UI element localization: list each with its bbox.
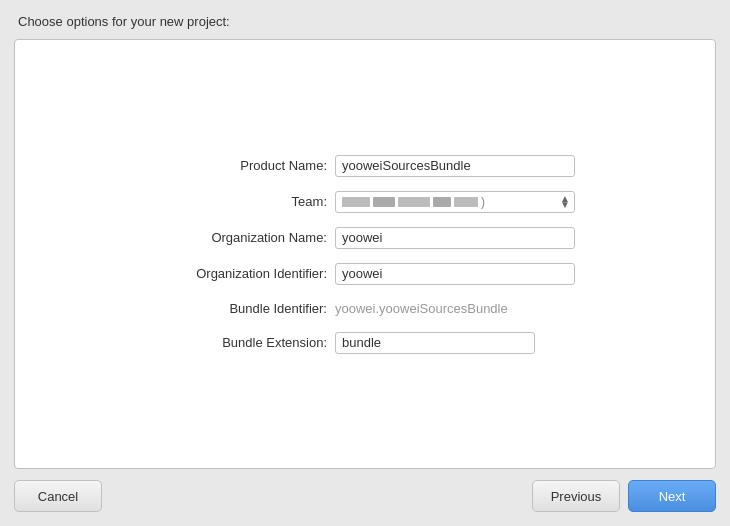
footer-right: Previous Next (532, 480, 716, 512)
team-select-display[interactable]: ) ▲ ▼ (335, 191, 575, 213)
team-block-5 (454, 197, 478, 207)
bundle-extension-input[interactable] (335, 332, 535, 354)
footer: Cancel Previous Next (0, 470, 730, 526)
product-name-label: Product Name: (155, 158, 335, 173)
team-block-4 (433, 197, 451, 207)
bundle-identifier-label: Bundle Identifier: (155, 301, 335, 316)
team-block-2 (373, 197, 395, 207)
cancel-button[interactable]: Cancel (14, 480, 102, 512)
bundle-extension-label: Bundle Extension: (155, 335, 335, 350)
header: Choose options for your new project: (0, 0, 730, 39)
team-placeholder: ) (342, 195, 485, 209)
org-identifier-label: Organization Identifier: (155, 266, 335, 281)
bundle-identifier-value: yoowei.yooweiSourcesBundle (335, 299, 575, 318)
org-identifier-row: Organization Identifier: (155, 263, 575, 285)
team-label: Team: (155, 194, 335, 209)
previous-button[interactable]: Previous (532, 480, 620, 512)
form-container: Product Name: Team: ) (155, 155, 575, 354)
options-panel: Product Name: Team: ) (14, 39, 716, 469)
product-name-row: Product Name: (155, 155, 575, 177)
org-name-input[interactable] (335, 227, 575, 249)
main-content: Product Name: Team: ) (0, 39, 730, 470)
team-select-wrapper: ) ▲ ▼ (335, 191, 575, 213)
org-name-row: Organization Name: (155, 227, 575, 249)
bundle-identifier-row: Bundle Identifier: yoowei.yooweiSourcesB… (155, 299, 575, 318)
team-block-3 (398, 197, 430, 207)
org-identifier-input[interactable] (335, 263, 575, 285)
team-block-1 (342, 197, 370, 207)
header-text: Choose options for your new project: (18, 14, 230, 29)
bundle-extension-row: Bundle Extension: (155, 332, 575, 354)
chevron-icon: ▲ ▼ (560, 196, 570, 208)
team-row: Team: ) ▲ ▼ (155, 191, 575, 213)
product-name-input[interactable] (335, 155, 575, 177)
next-button[interactable]: Next (628, 480, 716, 512)
org-name-label: Organization Name: (155, 230, 335, 245)
team-suffix: ) (481, 195, 485, 209)
